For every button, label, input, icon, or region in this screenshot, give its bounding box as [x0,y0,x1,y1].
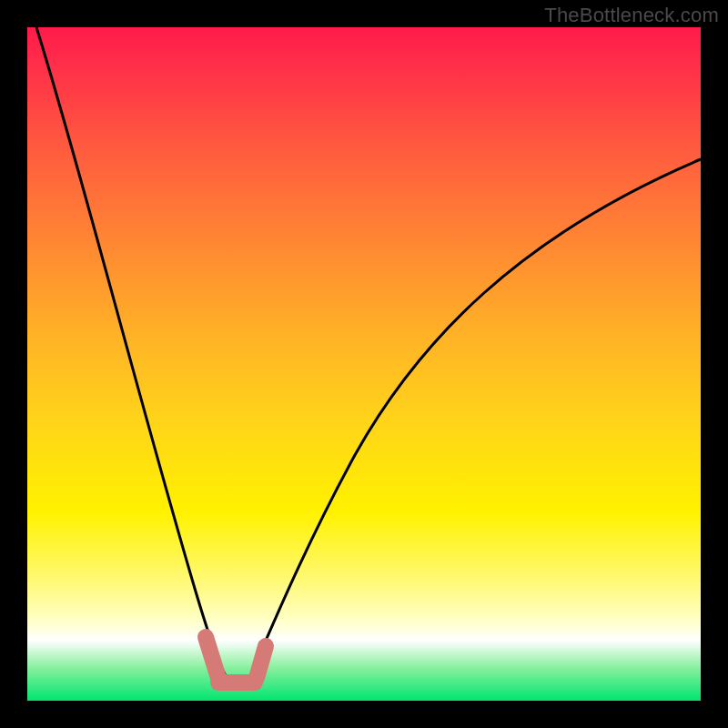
marker-left-notch [206,637,218,678]
marker-right-notch [257,646,266,678]
curve-layer [27,27,701,701]
bottleneck-curve [36,27,701,682]
watermark-text: TheBottleneck.com [544,4,719,27]
